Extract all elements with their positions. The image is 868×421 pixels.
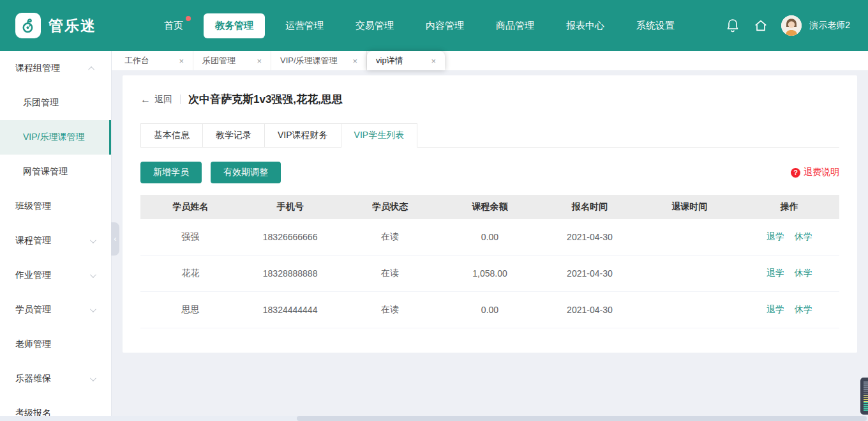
- sidebar-item-label: VIP/乐理课管理: [23, 132, 84, 143]
- instrument-logo-icon: [20, 17, 36, 34]
- col-header-quit-date: 退课时间: [640, 201, 739, 213]
- bell-icon[interactable]: [725, 18, 740, 33]
- sidebar-item-teacher-mgmt[interactable]: 老师管理: [0, 327, 111, 362]
- sidebar-item-orchestra-mgmt[interactable]: 乐团管理: [0, 86, 111, 120]
- tab-basic-info[interactable]: 基本信息: [140, 123, 203, 148]
- refund-note-link[interactable]: ? 退费说明: [791, 167, 839, 178]
- sidebar-item-label: 乐团管理: [23, 97, 59, 109]
- minimap-gray-band: [864, 381, 868, 395]
- divider: [180, 95, 181, 104]
- tabstrip-tab-orchestra[interactable]: 乐团管理 ×: [193, 51, 271, 70]
- chevron-down-icon: [90, 237, 96, 243]
- col-header-name: 学员姓名: [140, 201, 240, 213]
- tab-teaching-records[interactable]: 教学记录: [203, 123, 265, 148]
- nav-item-label: 内容管理: [426, 20, 464, 31]
- sidebar-item-label: 课程组管理: [15, 63, 60, 74]
- sidebar-item-online-course-mgmt[interactable]: 网管课管理: [0, 155, 111, 189]
- nav-item-transactions[interactable]: 交易管理: [344, 13, 405, 38]
- close-icon[interactable]: ×: [179, 56, 184, 66]
- detail-tabs: 基本信息 教学记录 VIP课程财务 VIP学生列表: [140, 123, 839, 148]
- nav-item-content[interactable]: 内容管理: [414, 13, 475, 38]
- col-header-actions: 操作: [740, 201, 839, 213]
- col-header-enroll-date: 报名时间: [540, 201, 640, 213]
- tabstrip-tab-workbench[interactable]: 工作台 ×: [116, 51, 193, 70]
- close-icon[interactable]: ×: [257, 56, 262, 66]
- nav-menu: 首页 教务管理 运营管理 交易管理 内容管理 商品管理 报表中心 系统设置: [153, 13, 686, 38]
- top-navbar: 管乐迷 首页 教务管理 运营管理 交易管理 内容管理 商品管理 报表中心 系统设…: [0, 0, 868, 51]
- tab-label: 工作台: [124, 55, 149, 66]
- tab-label: 教学记录: [216, 130, 251, 140]
- scroll-minimap-widget[interactable]: [860, 378, 868, 415]
- adjust-validity-button[interactable]: 有效期调整: [211, 162, 281, 183]
- tab-label: VIP/乐理课管理: [280, 55, 338, 66]
- cell-status: 在读: [340, 231, 440, 243]
- close-icon[interactable]: ×: [431, 56, 436, 66]
- suspend-link[interactable]: 休学: [795, 268, 812, 279]
- back-arrow-icon: ←: [140, 94, 151, 105]
- cell-phone: 18324444444: [240, 305, 340, 315]
- horizontal-scrollbar-track[interactable]: [0, 416, 868, 421]
- user-name[interactable]: 演示老师2: [809, 20, 850, 31]
- close-icon[interactable]: ×: [352, 56, 357, 66]
- tab-label: VIP课程财务: [278, 130, 328, 140]
- cell-name: 思思: [140, 304, 240, 316]
- table-header: 学员姓名 手机号 学员状态 课程余额 报名时间 退课时间 操作: [140, 195, 839, 219]
- cell-balance: 1,058.00: [440, 268, 539, 279]
- withdraw-link[interactable]: 退学: [767, 268, 784, 279]
- sidebar-item-label: 课程管理: [15, 235, 51, 247]
- nav-item-academic[interactable]: 教务管理: [204, 13, 265, 38]
- avatar[interactable]: [781, 15, 802, 36]
- table-row: 思思 18324444444 在读 0.00 2021-04-30 退学 休学: [140, 292, 839, 328]
- nav-item-operations[interactable]: 运营管理: [274, 13, 335, 38]
- detail-card: ← 返回 次中音萨克斯1v3强强,花花,思思 基本信息 教学记录 VIP课程财务…: [123, 75, 857, 353]
- tab-vip-student-list[interactable]: VIP学生列表: [341, 123, 418, 148]
- nav-item-reports[interactable]: 报表中心: [555, 13, 616, 38]
- nav-item-settings[interactable]: 系统设置: [625, 13, 686, 38]
- tabstrip-tab-vip-theory[interactable]: VIP/乐理课管理 ×: [271, 51, 367, 70]
- sidebar: 课程组管理 乐团管理 VIP/乐理课管理 网管课管理 班级管理 课程管理 作业管…: [0, 51, 112, 421]
- page-tabstrip: 工作台 × 乐团管理 × VIP/乐理课管理 × vip详情 ×: [112, 51, 868, 70]
- main-wrap: 课程组管理 乐团管理 VIP/乐理课管理 网管课管理 班级管理 课程管理 作业管…: [0, 51, 868, 421]
- tab-label: vip详情: [376, 55, 403, 66]
- sidebar-item-course-groups[interactable]: 课程组管理: [0, 51, 111, 86]
- question-icon: ?: [791, 168, 800, 178]
- student-table: 学员姓名 手机号 学员状态 课程余额 报名时间 退课时间 操作 强强 18326…: [140, 195, 839, 328]
- home-icon[interactable]: [753, 18, 768, 33]
- nav-item-home[interactable]: 首页: [153, 13, 195, 38]
- suspend-link[interactable]: 休学: [795, 231, 812, 243]
- cell-actions: 退学 休学: [740, 231, 839, 243]
- chevron-down-icon: [90, 306, 96, 312]
- tab-label: VIP学生列表: [354, 130, 405, 140]
- chevron-down-icon: [90, 272, 96, 278]
- horizontal-scrollbar-thumb[interactable]: [297, 416, 867, 421]
- sidebar-item-class-mgmt[interactable]: 班级管理: [0, 189, 111, 224]
- nav-item-label: 交易管理: [355, 20, 394, 31]
- sidebar-item-instrument-maintenance[interactable]: 乐器维保: [0, 362, 111, 396]
- sidebar-item-label: 作业管理: [15, 270, 51, 281]
- nav-item-products[interactable]: 商品管理: [484, 13, 546, 38]
- col-header-phone: 手机号: [240, 201, 340, 213]
- tabstrip-tab-vip-detail[interactable]: vip详情 ×: [367, 51, 445, 70]
- cell-enroll-date: 2021-04-30: [540, 268, 640, 279]
- cell-balance: 0.00: [440, 305, 539, 315]
- cell-name: 花花: [140, 268, 240, 279]
- suspend-link[interactable]: 休学: [795, 304, 812, 316]
- sidebar-collapse-handle[interactable]: ‹: [111, 222, 119, 256]
- sidebar-item-course-mgmt[interactable]: 课程管理: [0, 224, 111, 258]
- sidebar-item-label: 班级管理: [15, 201, 51, 212]
- nav-item-label: 教务管理: [215, 20, 253, 31]
- cell-enroll-date: 2021-04-30: [540, 305, 640, 315]
- cell-name: 强强: [140, 231, 240, 243]
- sidebar-item-student-mgmt[interactable]: 学员管理: [0, 293, 111, 327]
- tab-vip-course-finance[interactable]: VIP课程财务: [265, 123, 341, 148]
- withdraw-link[interactable]: 退学: [767, 231, 784, 243]
- add-student-button[interactable]: 新增学员: [140, 162, 202, 183]
- nav-item-label: 运营管理: [285, 20, 324, 31]
- cell-enroll-date: 2021-04-30: [540, 232, 640, 242]
- sidebar-item-vip-theory-mgmt[interactable]: VIP/乐理课管理: [0, 120, 111, 155]
- withdraw-link[interactable]: 退学: [767, 304, 784, 316]
- notification-dot: [186, 16, 191, 21]
- back-button[interactable]: ← 返回: [140, 94, 172, 105]
- brand-name: 管乐迷: [49, 16, 96, 36]
- sidebar-item-homework-mgmt[interactable]: 作业管理: [0, 258, 111, 293]
